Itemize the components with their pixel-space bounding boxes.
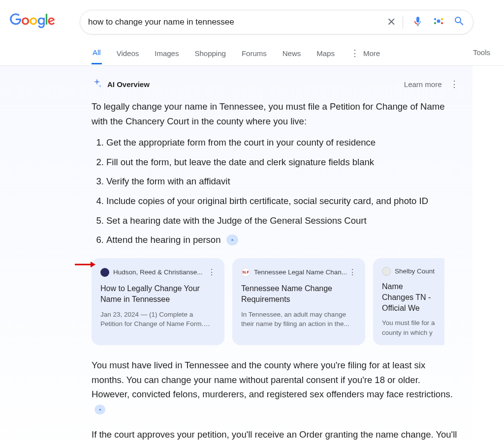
tab-more[interactable]: ⋮More — [349, 40, 381, 65]
tab-videos[interactable]: Videos — [116, 41, 140, 64]
tab-news[interactable]: News — [282, 41, 302, 64]
overview-steps: Get the appropriate form from the court … — [92, 135, 459, 247]
svg-rect-2 — [441, 18, 443, 20]
collapse-button[interactable] — [226, 235, 238, 245]
tools-button[interactable]: Tools — [473, 48, 490, 57]
tab-forums[interactable]: Forums — [241, 41, 268, 64]
source-site: Hudson, Reed & Christianse... — [113, 267, 203, 278]
tab-shopping[interactable]: Shopping — [193, 41, 226, 64]
card-menu-icon[interactable]: ⋮ — [208, 266, 216, 279]
step-item: Attend the hearing in person — [106, 233, 459, 247]
overview-paragraph: You must have lived in Tennessee and the… — [92, 358, 459, 416]
source-card[interactable]: Shelby Count Name Changes TN - Official … — [373, 258, 444, 346]
overview-title: AI Overview — [107, 80, 150, 89]
mic-icon[interactable] — [412, 15, 424, 29]
annotation-arrow-icon — [74, 259, 95, 274]
source-card[interactable]: Hudson, Reed & Christianse... ⋮ How to L… — [92, 258, 224, 346]
search-bar[interactable]: ✕ — [80, 10, 473, 34]
step-item: Verify the form with an affidavit — [106, 174, 459, 189]
google-logo[interactable] — [10, 13, 55, 30]
svg-rect-1 — [434, 22, 436, 24]
sparkle-icon — [92, 78, 102, 90]
lens-icon[interactable] — [433, 15, 444, 29]
source-site: Tennessee Legal Name Chan... — [254, 267, 347, 278]
source-title: Name Changes TN - Official We — [382, 281, 436, 313]
svg-point-4 — [437, 20, 441, 23]
favicon-icon: SLF — [241, 268, 250, 277]
source-snippet: In Tennessee, an adult may change their … — [241, 310, 356, 329]
tab-all[interactable]: All — [92, 40, 102, 64]
source-card[interactable]: SLF Tennessee Legal Name Chan... ⋮ Tenne… — [232, 258, 365, 346]
source-snippet: You must file for a county in which y — [382, 318, 436, 337]
source-site: Shelby Count — [395, 266, 435, 277]
search-input[interactable] — [88, 17, 387, 27]
step-item: Get the appropriate form from the court … — [106, 135, 459, 150]
expand-button[interactable] — [94, 405, 105, 414]
card-menu-icon[interactable]: ⋮ — [348, 266, 356, 279]
svg-rect-0 — [434, 18, 436, 20]
clear-icon[interactable]: ✕ — [387, 16, 403, 29]
tab-images[interactable]: Images — [154, 41, 180, 64]
overview-menu-icon[interactable]: ⋮ — [450, 79, 459, 89]
source-title: How to Legally Change Your Name in Tenne… — [100, 283, 216, 304]
favicon-icon — [382, 267, 391, 276]
favicon-icon — [100, 268, 109, 277]
overview-intro: To legally change your name in Tennessee… — [92, 99, 459, 128]
search-icon[interactable] — [453, 15, 465, 29]
learn-more-link[interactable]: Learn more — [404, 80, 442, 89]
source-snippet: Jan 23, 2024 — (1) Complete a Petition f… — [100, 310, 216, 329]
tab-maps[interactable]: Maps — [315, 41, 336, 64]
svg-rect-3 — [441, 22, 443, 24]
step-item: Include copies of your original birth ce… — [106, 194, 459, 208]
step-item: Fill out the form, but leave the date an… — [106, 155, 459, 170]
source-title: Tennessee Name Change Requirements — [241, 283, 356, 304]
step-item: Set a hearing date with the Judge of the… — [106, 213, 459, 228]
overview-paragraph: If the court approves your petition, you… — [92, 427, 459, 444]
